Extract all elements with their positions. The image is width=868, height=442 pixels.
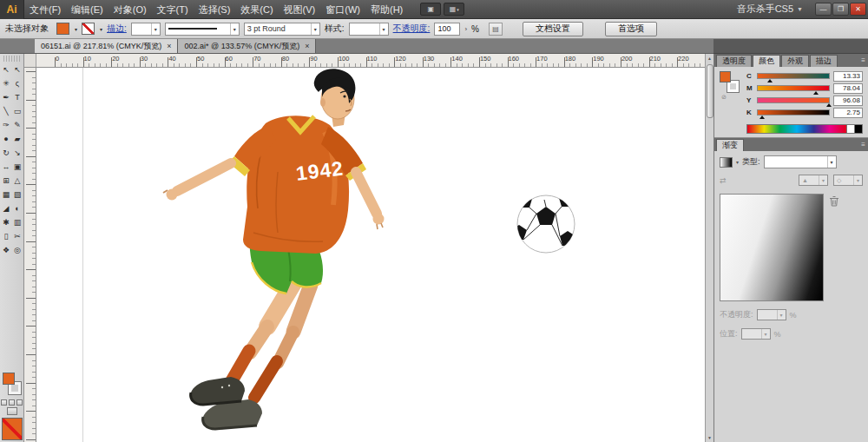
gradient-opacity-dropdown[interactable]: ▾ [757,309,786,320]
magenta-value[interactable]: 78.04 [833,83,863,94]
lasso-tool[interactable]: ς [12,76,23,90]
artwork[interactable]: 1942 [36,68,705,442]
gradient-mode-button[interactable] [9,399,15,406]
gradient-location-value-dropdown[interactable]: ▾ [741,328,771,340]
blend-tool[interactable]: ◐ [12,201,23,215]
document-icon[interactable]: ▤ [489,23,503,36]
fill-swatch[interactable] [3,373,15,385]
scrollbar-thumb[interactable] [707,64,713,118]
zoom-tool[interactable]: ◎ [12,243,23,257]
minimize-button[interactable]: — [815,3,832,16]
magenta-slider[interactable] [757,85,830,91]
menu-item[interactable]: 窗口(W) [320,0,365,19]
width-tool[interactable]: ↔ [1,160,12,174]
scroll-down-icon[interactable]: ▼ [707,433,712,442]
variable-width-dropdown[interactable]: ▾ [165,23,240,36]
eyedropper-tool[interactable]: ◢ [1,201,12,215]
line-segment-tool[interactable]: ╲ [1,104,12,118]
tab-transparency[interactable]: 透明度 [716,55,752,67]
canvas[interactable]: 1942 [36,68,705,442]
selection-tool[interactable]: ↖ [1,63,12,76]
stroke-color-swatch[interactable] [82,23,95,35]
current-fill-indicator[interactable] [2,418,23,440]
menu-item[interactable]: 视图(V) [279,0,321,19]
vertical-scrollbar[interactable]: ▲ ▼ [705,54,713,442]
color-spectrum-bar[interactable] [746,124,847,134]
close-tab-icon[interactable]: × [305,42,309,50]
chevron-down-icon[interactable]: ▾ [75,26,77,32]
symbol-sprayer-tool[interactable]: ✱ [1,215,12,229]
delete-gradient-icon[interactable] [829,195,839,207]
app-logo[interactable]: Ai [0,0,24,19]
gradient-location-dropdown[interactable]: ◇▾ [833,175,863,186]
ruler-origin-corner[interactable] [24,54,36,68]
scroll-up-icon[interactable]: ▲ [707,54,712,63]
stroke-panel-link[interactable]: 描边: [107,23,127,35]
chevron-down-icon[interactable]: ▾ [736,159,739,165]
shape-builder-tool[interactable]: ⊞ [1,174,12,188]
blob-brush-tool[interactable]: ● [1,132,12,146]
cyan-slider[interactable] [757,73,830,79]
menu-item[interactable]: 文字(T) [152,0,194,19]
close-tab-icon[interactable]: × [167,42,171,50]
pen-tool[interactable]: ✒ [1,90,12,104]
fill-color-swatch[interactable] [56,23,69,35]
panel-menu-icon[interactable]: ≡ [861,141,865,148]
perspective-grid-tool[interactable]: △ [12,174,23,188]
menu-item[interactable]: 编辑(E) [66,0,108,19]
free-transform-tool[interactable]: ▣ [12,160,23,174]
yellow-value[interactable]: 96.08 [833,96,863,106]
black-value[interactable]: 2.75 [833,108,863,118]
scale-tool[interactable]: ↘ [12,146,23,160]
fill-proxy[interactable] [720,71,731,82]
soccer-player[interactable]: 1942 [163,69,385,429]
pencil-tool[interactable]: ✎ [12,118,23,132]
document-tab-2[interactable]: 002.ai* @ 133.57% (CMYK/预览) × [178,39,316,53]
color-mode-button[interactable] [1,399,7,406]
white-swatch[interactable] [847,124,855,134]
fill-stroke-control[interactable] [2,372,23,396]
opacity-panel-link[interactable]: 不透明度: [393,23,431,35]
black-swatch[interactable] [855,124,863,134]
panel-menu-icon[interactable]: ≡ [861,56,865,64]
bridge-icon[interactable]: ▣ [420,3,441,16]
tab-stroke[interactable]: 描边 [810,55,838,67]
reverse-gradient-icon[interactable]: ⇄ [720,176,727,185]
gradient-preview[interactable] [720,194,824,301]
menu-item[interactable]: 对象(O) [108,0,152,19]
type-tool[interactable]: T [12,90,23,104]
artboard-tool[interactable]: ▯ [1,229,12,243]
screen-mode-button[interactable] [7,407,17,415]
tab-color[interactable]: 颜色 [753,55,780,67]
slice-tool[interactable]: ✂ [12,229,23,243]
opacity-input[interactable]: 100 [434,23,460,36]
menu-item[interactable]: 文件(F) [24,0,66,19]
chevron-down-icon[interactable]: ▾ [100,26,102,32]
menu-item[interactable]: 选择(S) [194,0,236,19]
black-slider[interactable] [757,109,830,115]
eraser-tool[interactable]: ▰ [12,132,23,146]
column-graph-tool[interactable]: ▥ [12,215,23,229]
document-setup-button[interactable]: 文档设置 [523,22,583,36]
magic-wand-tool[interactable]: ✳ [1,76,12,90]
mesh-tool[interactable]: ▦ [1,188,12,201]
opacity-stepper-icon[interactable]: › [464,25,467,33]
cyan-value[interactable]: 13.33 [833,71,863,82]
tab-gradient[interactable]: 渐变 [716,139,744,151]
paintbrush-tool[interactable]: ✑ [1,118,12,132]
rotate-tool[interactable]: ↻ [1,146,12,160]
tab-appearance[interactable]: 外观 [781,55,809,67]
brush-dropdown[interactable]: 3 pt Round▾ [244,23,320,36]
yellow-slider[interactable] [757,97,830,103]
gradient-swatch[interactable] [720,157,733,168]
menu-item[interactable]: 帮助(H) [365,0,408,19]
gradient-angle-dropdown[interactable]: ▲▾ [799,175,828,186]
soccer-ball[interactable] [511,194,581,259]
close-button[interactable]: ✕ [850,3,866,16]
menu-item[interactable]: 效果(C) [235,0,278,19]
none-mode-button[interactable] [16,399,23,406]
document-tab-1[interactable]: 06151.ai @ 217.81% (CMYK/预览) × [35,39,178,53]
direct-selection-tool[interactable]: ↖ [12,63,23,76]
rectangle-tool[interactable]: ▭ [12,104,23,118]
preferences-button[interactable]: 首选项 [605,22,657,36]
